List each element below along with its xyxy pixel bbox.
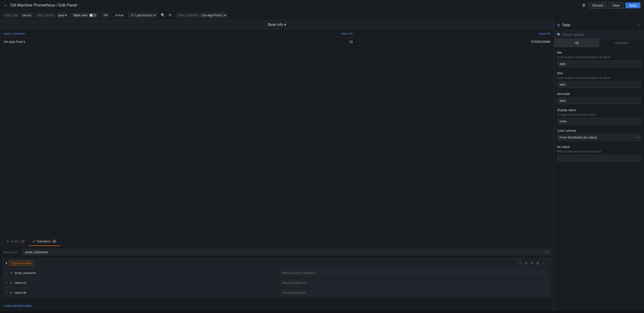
refresh-button[interactable]: ↻	[168, 12, 172, 18]
no-value-input[interactable]	[557, 154, 641, 162]
asset-service-filter: asset_service java ▾	[35, 12, 68, 18]
rename-input-1[interactable]	[280, 280, 548, 286]
display-name-input[interactable]	[557, 118, 641, 125]
field-name-icons: × ▾	[544, 250, 549, 254]
table-view-toggle[interactable]: Table view	[70, 12, 99, 18]
tab-bar: ☰ Query 2 ⤢ Transform 3	[0, 237, 554, 246]
color-scheme-value: From thresholds (by value)	[560, 136, 597, 139]
field-name-input[interactable]: asset_hostname × ▾	[22, 249, 551, 256]
base-info-header: Base Info ▾	[0, 20, 554, 30]
asset-hostname-arrow-icon: ▾	[224, 13, 226, 17]
collapse-icon[interactable]: ▾	[6, 261, 7, 265]
time-range-arrow-icon: ▾	[154, 13, 156, 17]
panel-title: Table	[562, 23, 570, 27]
col-asset-hostname: asset_hostname	[0, 30, 216, 38]
page-title: OA Machine Prometheus / Edit Panel	[10, 3, 77, 8]
table-view-switch[interactable]	[89, 13, 96, 17]
eye-icon-2[interactable]: 👁	[10, 291, 13, 295]
organize-info-icon[interactable]: ⓘ	[519, 261, 522, 265]
asset-type-filter: asset_type oa-vm	[3, 12, 33, 18]
organize-field-row-1: ⠿ 👁 Value #A	[3, 278, 551, 288]
apply-button[interactable]: Apply	[625, 2, 640, 8]
decimals-option: Decimals	[557, 92, 641, 104]
table-area: Base Info ▾ asset_hostname Value #A Valu…	[0, 20, 554, 237]
cell-asset-hostname: OA-App-Prod-1	[0, 38, 216, 46]
cell-value-a: 16	[216, 38, 356, 46]
max-option: Max Leave empty to calculate based on al…	[557, 71, 641, 88]
time-range-picker[interactable]: ⏱ Last 6 hours ▾	[128, 12, 158, 18]
search-options-icon: 🔍	[557, 33, 561, 36]
no-value-option: No Value What to show when there is no v…	[557, 145, 641, 162]
asset-type-value[interactable]: oa-vm	[21, 12, 33, 18]
color-scheme-label: Color scheme	[557, 129, 641, 132]
time-range-label: Last 6 hours	[135, 13, 152, 17]
zoom-out-button[interactable]: 🔍	[160, 12, 166, 18]
organize-delete-icon[interactable]: 🗑	[536, 261, 539, 265]
query-tab[interactable]: ☰ Query 2	[3, 237, 29, 246]
drag-handle-1[interactable]: ⠿	[6, 281, 8, 285]
color-scheme-select[interactable]: From thresholds (by value)	[557, 134, 641, 141]
query-tab-badge: 2	[20, 240, 25, 243]
search-options-bar[interactable]: 🔍 Search options	[554, 30, 644, 39]
top-bar-left: ← OA Machine Prometheus / Edit Panel	[4, 3, 77, 8]
organize-header: ▾ Organize fields ⓘ ⚙ 👁 🗑 ⋮⋮	[3, 259, 551, 268]
asset-service-label: asset_service	[35, 12, 56, 18]
options-form: Min Leave empty to calculate based on al…	[554, 47, 644, 165]
time-range-icon: ⏱	[130, 13, 134, 17]
field-name-label: Field name	[3, 251, 21, 254]
col-value-b: Value #B	[356, 30, 554, 38]
back-icon[interactable]: ←	[4, 3, 8, 8]
query-tab-icon: ☰	[6, 240, 9, 243]
organize-eye-icon[interactable]: 👁	[530, 261, 534, 265]
base-info-arrow-icon[interactable]: ▾	[284, 22, 286, 27]
add-transformation-button[interactable]: + Add transformation	[0, 301, 554, 311]
gear-icon[interactable]: ⚙	[581, 1, 587, 9]
panel-arrows: ▾ ›	[638, 23, 641, 27]
field-name-arrow-icon[interactable]: ▾	[547, 250, 549, 254]
top-bar-right: ⚙ Discard Save Apply	[581, 1, 640, 9]
panel-arrow-right-icon[interactable]: ›	[640, 23, 641, 27]
drag-handle-0[interactable]: ⠿	[6, 271, 8, 275]
field-item-name-1: Value #A	[14, 281, 278, 285]
data-table: asset_hostname Value #A Value #B OA-App-…	[0, 30, 554, 46]
organize-grid-icon[interactable]: ⋮⋮	[542, 261, 548, 265]
display-name-option: Display name Change the field or series …	[557, 108, 641, 125]
organize-title-wrap: ▾ Organize fields	[6, 261, 34, 266]
table-header-row: asset_hostname Value #A Value #B	[0, 30, 554, 38]
fill-button[interactable]: Fill	[101, 12, 110, 18]
decimals-input[interactable]	[557, 97, 641, 104]
col-value-a: Value #A	[216, 30, 356, 38]
asset-type-label: asset_type	[3, 12, 20, 18]
actual-button[interactable]: Actual	[112, 12, 126, 18]
organize-icons: ⓘ ⚙ 👁 🗑 ⋮⋮	[519, 261, 548, 265]
bottom-tabs: ☰ Query 2 ⤢ Transform 3 Field name asset…	[0, 237, 554, 311]
overrides-tab[interactable]: Overrides	[599, 39, 644, 47]
color-scheme-option: Color scheme From thresholds (by value)	[557, 129, 641, 141]
transform-tab-label: Transform	[36, 240, 50, 243]
panel-arrow-down-icon[interactable]: ▾	[638, 23, 639, 27]
discard-button[interactable]: Discard	[589, 2, 607, 8]
transform-tab[interactable]: ⤢ Transform 3	[29, 237, 60, 246]
all-tab[interactable]: All	[554, 39, 599, 47]
asset-service-value[interactable]: java ▾	[56, 12, 68, 18]
min-input[interactable]	[557, 60, 641, 67]
main-content: Base Info ▾ asset_hostname Value #A Valu…	[0, 20, 644, 311]
rename-input-2[interactable]	[280, 290, 548, 296]
table-view-label: Table view	[73, 13, 88, 17]
right-panel: ⊞ Table ▾ › 🔍 Search options All Overrid…	[554, 20, 644, 311]
rename-input-0[interactable]	[280, 270, 548, 276]
eye-icon-1[interactable]: 👁	[10, 281, 13, 285]
top-bar: ← OA Machine Prometheus / Edit Panel ⚙ D…	[0, 0, 644, 11]
base-info-label: Base Info	[268, 23, 283, 27]
table-panel-icon: ⊞	[557, 23, 560, 27]
field-name-clear-icon[interactable]: ×	[544, 250, 546, 254]
field-item-name-0: asset_hostname	[14, 271, 278, 275]
asset-hostname-value[interactable]: OA-App-Prod-1 ▾	[200, 12, 228, 18]
organize-settings-icon[interactable]: ⚙	[525, 261, 528, 265]
organize-field-row-2: ⠿ 👁 Value #B	[3, 288, 551, 298]
max-input[interactable]	[557, 81, 641, 88]
save-button[interactable]: Save	[609, 2, 624, 8]
drag-handle-2[interactable]: ⠿	[6, 291, 8, 295]
min-desc: Leave empty to calculate based on all va…	[557, 56, 641, 59]
eye-icon-0[interactable]: 👁	[10, 271, 13, 275]
